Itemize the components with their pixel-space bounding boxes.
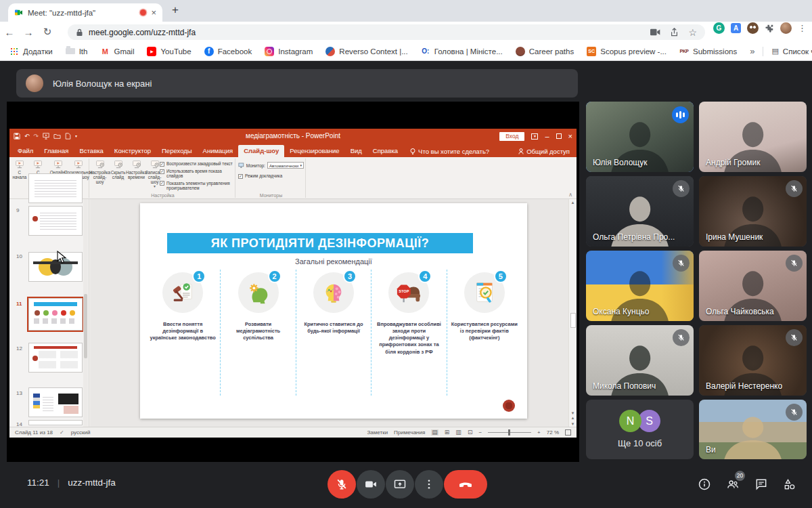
language-indicator[interactable]: русский — [71, 429, 91, 436]
forward-icon[interactable]: → — [19, 26, 38, 38]
slide-thumbnail[interactable] — [28, 252, 83, 282]
grammarly-extension-icon[interactable]: G — [713, 22, 725, 34]
minimize-icon[interactable]: – — [545, 133, 549, 140]
profile-avatar[interactable] — [780, 22, 792, 34]
present-screen-button[interactable] — [386, 470, 414, 499]
ribbon-tab[interactable]: Рецензирование — [284, 145, 344, 157]
tell-me-box[interactable]: Что вы хотите сделать? — [410, 148, 489, 157]
vertical-scrollbar[interactable]: ▲ ▼ ▲ ▼ — [568, 199, 577, 427]
address-bar[interactable]: meet.google.com/uzz-mttd-jfa ☆ — [68, 24, 705, 40]
participant-tile[interactable]: Валерій Нестеренко — [699, 325, 807, 396]
normal-view-icon[interactable]: ▤ — [431, 429, 438, 436]
bookmark-item[interactable]: Facebook — [204, 47, 252, 56]
zoom-in-icon[interactable]: + — [537, 429, 541, 436]
spellcheck-icon[interactable]: ✓ — [60, 429, 64, 436]
ribbon-tab[interactable]: Главная — [39, 145, 74, 157]
notes-button[interactable]: Заметки — [367, 429, 388, 436]
ribbon-button[interactable]: С начала▼ — [12, 158, 28, 188]
ribbon-tab[interactable]: Конструктор — [109, 145, 156, 157]
end-call-button[interactable] — [444, 470, 487, 499]
bookmark-item[interactable]: Ith — [66, 47, 88, 56]
more-options-button[interactable] — [415, 470, 443, 499]
bookmark-item[interactable]: Додатки — [9, 47, 53, 56]
slide-sorter-icon[interactable]: ⊞ — [445, 429, 450, 436]
ribbon-checkbox[interactable]: ✓ Воспроизвести закадровый текст — [160, 161, 234, 167]
reading-view-icon[interactable]: ▥ — [455, 429, 461, 436]
thumbnails-scrollbar[interactable] — [83, 199, 88, 427]
ribbon-tab[interactable]: Вставка — [74, 145, 109, 157]
scroll-up-icon[interactable]: ▲ — [571, 200, 575, 205]
participant-tile[interactable]: Ольга Петрівна Про... — [586, 176, 694, 247]
ribbon-checkbox[interactable]: ✓ Показать элементы управления проигрыва… — [160, 181, 234, 190]
participant-tile[interactable]: Ірина Мушеник — [699, 176, 807, 247]
participant-tile[interactable]: N S Ще 10 осіб — [586, 400, 694, 459]
extensions-puzzle-icon[interactable] — [765, 24, 774, 33]
bookmark-item[interactable]: YouTube — [147, 47, 191, 56]
restore-icon[interactable] — [556, 133, 562, 139]
ribbon-button[interactable]: Скрыть слайд▼ — [110, 158, 127, 188]
mic-toggle-button[interactable] — [328, 470, 356, 499]
bookmark-star-icon[interactable]: ☆ — [688, 28, 697, 37]
slide-thumbnail-selected[interactable] — [28, 298, 83, 331]
meeting-details-button[interactable] — [697, 477, 712, 492]
back-icon[interactable]: ← — [0, 26, 19, 38]
ribbon-checkbox[interactable]: ✓ Использовать время показа слайдов — [160, 169, 234, 178]
slide-thumbnail[interactable] — [28, 206, 83, 236]
ribbon-button[interactable]: Настройка слайд-шоу▼ — [91, 158, 108, 188]
browser-menu-icon[interactable]: ⋮ — [798, 23, 807, 33]
previous-slide-icon[interactable]: ▲ — [571, 415, 575, 421]
chat-button[interactable] — [754, 477, 769, 492]
slide-thumbnail[interactable] — [28, 173, 83, 203]
zoom-level[interactable]: 72 % — [547, 429, 559, 436]
camera-in-use-icon[interactable] — [650, 28, 660, 36]
participant-tile[interactable]: Оксана Кунцьо — [586, 251, 694, 321]
bookmark-item[interactable]: Головна | Міністе... — [421, 47, 503, 56]
new-tab-button[interactable]: + — [172, 3, 179, 17]
browser-tab[interactable]: Meet: "uzz-mttd-jfa" × — [8, 3, 162, 22]
share-icon[interactable] — [670, 28, 679, 37]
reading-list-button[interactable]: ▤ Список читання — [771, 47, 812, 56]
comments-button[interactable]: Примечания — [394, 429, 425, 436]
signin-button[interactable]: Вход — [499, 132, 524, 141]
tab-close-icon[interactable]: × — [151, 8, 156, 17]
ribbon-tab[interactable]: Вид — [345, 145, 367, 157]
owl-extension-icon[interactable] — [747, 22, 759, 34]
bookmark-item[interactable]: Reverso Context |... — [325, 47, 407, 56]
zoom-slider[interactable] — [488, 432, 531, 433]
ribbon-tab[interactable]: Слайд-шоу — [238, 145, 284, 157]
participants-button[interactable]: 20 — [725, 477, 740, 492]
participant-tile[interactable]: Ольга Чайковська — [699, 251, 807, 321]
zoom-out-icon[interactable]: − — [478, 429, 482, 436]
fit-slide-icon[interactable] — [565, 429, 571, 436]
ribbon-display-options-icon[interactable]: ▾ — [531, 133, 538, 140]
ribbon-tab[interactable]: Переходы — [156, 145, 198, 157]
ribbon-button[interactable]: Настройка времени▼ — [128, 158, 145, 188]
presenter-view-checkbox[interactable]: ✓ Режим докладчика — [238, 173, 304, 179]
participant-tile[interactable]: Юлія Волощук — [586, 102, 694, 172]
bookmark-item[interactable]: Submissions — [679, 47, 737, 56]
slideshow-view-icon[interactable]: ⊡ — [468, 429, 473, 436]
monitor-select[interactable]: Автоматически▾ — [267, 162, 304, 169]
slide-thumbnail[interactable] — [28, 343, 83, 373]
close-icon[interactable]: × — [568, 133, 572, 140]
ribbon-tab[interactable]: Файл — [12, 145, 39, 157]
collapse-ribbon-icon[interactable]: ∧ — [568, 192, 572, 198]
bookmarks-overflow-chevron[interactable]: » — [750, 46, 754, 56]
participant-tile[interactable]: Андрій Громик — [699, 102, 807, 172]
participant-tile[interactable]: Микола Попович — [586, 325, 694, 396]
slide-thumbnail[interactable] — [28, 420, 83, 425]
share-button[interactable]: Общий доступ — [518, 148, 570, 157]
bookmark-item[interactable]: Gmail — [100, 47, 134, 56]
scrollbar-thumb[interactable] — [570, 313, 576, 328]
ribbon-tab[interactable]: Анимация — [198, 145, 239, 157]
ribbon-tab[interactable]: Справка — [367, 145, 403, 157]
translate-extension-icon[interactable]: A — [731, 23, 741, 33]
bookmark-item[interactable]: Instagram — [265, 47, 313, 56]
bookmark-item[interactable]: Scopus preview -... — [587, 47, 667, 56]
next-slide-icon[interactable]: ▼ — [571, 421, 575, 427]
participant-tile[interactable]: Ви — [699, 400, 807, 459]
reload-icon[interactable]: ↻ — [38, 26, 57, 38]
activities-button[interactable] — [782, 477, 797, 492]
camera-toggle-button[interactable] — [357, 470, 385, 499]
slide-thumbnails-panel[interactable]: 9 10 11 12 13 14 — [9, 199, 89, 427]
